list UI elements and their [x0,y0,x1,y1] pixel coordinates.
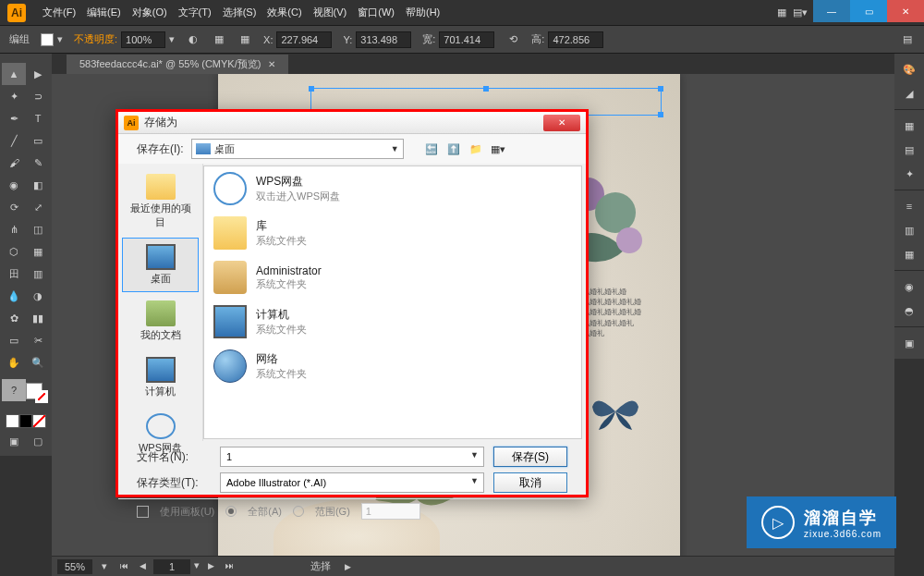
zoom-level[interactable]: 55% [57,559,92,574]
perspective-tool[interactable]: ▦ [26,240,50,263]
eyedropper-tool[interactable]: 💧 [2,285,26,307]
scale-tool[interactable]: ⤢ [26,196,50,218]
opacity-input[interactable] [121,31,165,48]
file-item-administrator[interactable]: Administrator系统文件夹 [204,255,581,300]
panel-gradient-icon[interactable]: ▥ [894,218,924,242]
menu-type[interactable]: 文字(T) [173,6,217,19]
rectangle-tool[interactable]: ▭ [26,129,50,152]
artboard-dropdown-icon[interactable]: ▾ [194,559,200,574]
rotate-tool[interactable]: ⟳ [2,196,26,218]
control-bar-menu-icon[interactable]: ▤ [900,32,915,47]
filetype-combo[interactable] [220,472,484,493]
document-tab[interactable]: 583feedaccc4c.ai* @ 55% (CMYK/预览) ✕ [67,55,288,74]
nav-back-icon[interactable]: 🔙 [422,140,441,158]
eraser-tool[interactable]: ◧ [26,174,50,196]
view-mode-icon[interactable]: ▦▾ [489,140,507,158]
use-artboard-checkbox[interactable] [137,506,149,518]
artboard-last-button[interactable]: ⏭ [222,559,237,572]
save-in-combo[interactable]: 桌面 ▼ [191,139,404,159]
symbol-sprayer-tool[interactable]: ✿ [2,307,26,329]
menu-effect[interactable]: 效果(C) [261,6,307,19]
hand-tool[interactable]: ✋ [2,351,26,374]
height-input[interactable] [548,31,603,48]
x-input[interactable] [276,31,332,48]
line-tool[interactable]: ╱ [2,129,26,152]
pencil-tool[interactable]: ✎ [26,152,50,174]
filename-dropdown-icon[interactable]: ▼ [470,450,479,460]
fill-none-indicator[interactable]: ? [2,379,26,401]
sidebar-item-mydocs[interactable]: 我的文档 [122,294,199,349]
sidebar-item-computer[interactable]: 计算机 [122,350,199,405]
filename-input[interactable] [220,447,484,467]
graph-tool[interactable]: ▮▮ [26,307,50,329]
filetype-dropdown-icon[interactable]: ▼ [470,476,479,485]
file-item-library[interactable]: 库系统文件夹 [204,211,581,255]
menu-object[interactable]: 对象(O) [127,6,173,19]
window-minimize-button[interactable]: — [813,0,850,22]
blend-tool[interactable]: ◑ [26,285,50,307]
arrange-docs-icon[interactable]: ▤▾ [791,6,809,20]
gradient-tool[interactable]: ▥ [26,263,50,285]
document-tab-close-icon[interactable]: ✕ [268,59,275,69]
file-item-wps[interactable]: WPS网盘双击进入WPS网盘 [204,166,581,211]
bridge-icon[interactable]: ▦ [772,6,791,20]
menu-select[interactable]: 选择(S) [217,6,262,19]
cancel-button[interactable]: 取消 [493,472,567,493]
menu-file[interactable]: 文件(F) [37,6,81,19]
free-transform-tool[interactable]: ◫ [26,218,50,240]
sidebar-item-desktop[interactable]: 桌面 [122,238,199,292]
slice-tool[interactable]: ✂ [26,329,50,351]
magic-wand-tool[interactable]: ✦ [2,85,26,107]
zoom-dropdown-icon[interactable]: ▾ [102,560,107,572]
status-flyout-icon[interactable]: ▶ [340,560,355,573]
menu-view[interactable]: 视图(V) [308,6,353,19]
selection-tool[interactable]: ▲ [2,63,26,85]
transform-anchor-icon[interactable]: ▦ [237,32,252,47]
panel-transparency-icon[interactable]: ▦ [894,242,924,266]
panel-brushes-icon[interactable]: ▤ [894,138,924,162]
artboard-tool[interactable]: ▭ [2,329,26,351]
width-tool[interactable]: ⋔ [2,218,26,240]
panel-swatches-icon[interactable]: ▦ [894,114,924,138]
zoom-tool[interactable]: 🔍 [26,351,50,374]
shape-builder-tool[interactable]: ⬡ [2,240,26,263]
direct-selection-tool[interactable]: ▶ [26,63,50,85]
type-tool[interactable]: T [26,107,50,129]
artboard-first-button[interactable]: ⏮ [116,559,131,572]
swatch-black[interactable] [19,414,33,428]
panel-symbols-icon[interactable]: ✦ [894,162,924,186]
file-item-computer[interactable]: 计算机系统文件夹 [204,300,581,344]
artboard-next-button[interactable]: ▶ [203,559,218,572]
panel-stroke-icon[interactable]: ≡ [894,194,924,218]
nav-up-icon[interactable]: ⬆️ [444,140,463,158]
file-list[interactable]: WPS网盘双击进入WPS网盘 库系统文件夹 Administrator系统文件夹… [203,165,582,439]
screen-mode-normal[interactable]: ▣ [2,430,26,452]
mesh-tool[interactable]: 田 [2,263,26,285]
window-close-button[interactable]: ✕ [887,0,924,22]
menu-help[interactable]: 帮助(H) [400,6,445,19]
y-input[interactable] [356,31,411,48]
file-item-network[interactable]: 网络系统文件夹 [204,344,581,388]
swatch-none[interactable] [32,414,46,428]
recolor-icon[interactable]: ◐ [186,32,201,47]
stroke-swatch[interactable]: ▾ [41,33,63,46]
save-button[interactable]: 保存(S) [493,447,567,467]
align-icon[interactable]: ▦ [212,32,226,47]
menu-edit[interactable]: 编辑(E) [81,6,127,19]
dialog-close-button[interactable]: ✕ [543,115,580,131]
panel-color-icon[interactable]: 🎨 [894,57,924,81]
opacity-dropdown-icon[interactable]: ▾ [169,33,175,45]
artboard-number[interactable]: 1 [153,559,190,574]
link-wh-icon[interactable]: ⟲ [505,32,520,47]
dialog-titlebar[interactable]: Ai 存储为 ✕ [118,112,586,134]
lasso-tool[interactable]: ⊃ [26,85,50,107]
paintbrush-tool[interactable]: 🖌 [2,152,26,174]
new-folder-icon[interactable]: 📁 [467,140,485,158]
window-maximize-button[interactable]: ▭ [850,0,887,22]
width-input[interactable] [439,31,494,48]
menu-window[interactable]: 窗口(W) [352,6,400,19]
swatch-white[interactable] [6,414,19,428]
fill-stroke-swatches[interactable] [26,383,50,405]
panel-color-guide-icon[interactable]: ◢ [894,81,924,105]
artboard-prev-button[interactable]: ◀ [135,559,150,572]
